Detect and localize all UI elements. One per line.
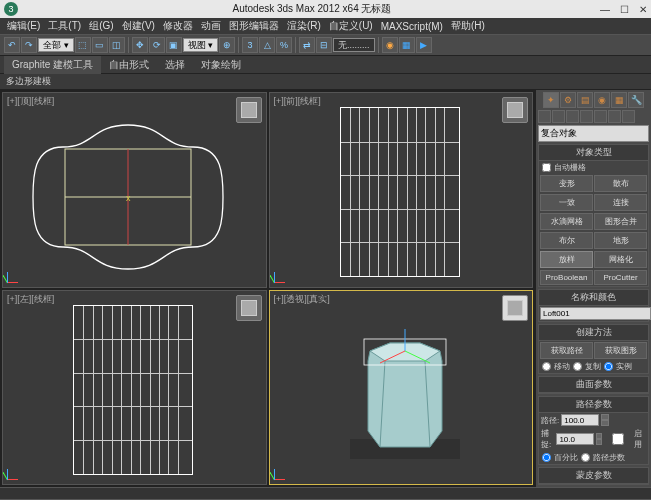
select-button[interactable]: ⬚ <box>75 37 91 53</box>
menu-customize[interactable]: 自定义(U) <box>326 19 376 33</box>
redo-button[interactable]: ↷ <box>21 37 37 53</box>
percent-radio[interactable] <box>542 453 551 462</box>
viewport-perspective[interactable]: [+][透视][真实] <box>269 290 534 486</box>
utilities-tab-icon[interactable]: 🔧 <box>628 92 644 108</box>
object-name-input[interactable] <box>540 307 651 320</box>
close-button[interactable]: ✕ <box>639 4 647 15</box>
spinner[interactable] <box>596 433 602 445</box>
pathsteps-radio[interactable] <box>581 453 590 462</box>
proboolean-button[interactable]: ProBoolean <box>540 270 593 285</box>
copy-radio[interactable] <box>573 362 582 371</box>
helpers-icon[interactable] <box>594 110 607 123</box>
get-path-button[interactable]: 获取路径 <box>540 342 593 359</box>
maximize-button[interactable]: ☐ <box>620 4 629 15</box>
render-setup-button[interactable]: ▦ <box>399 37 415 53</box>
viewcube-icon[interactable] <box>502 97 528 123</box>
viewport-front-label[interactable]: [+][前][线框] <box>274 95 321 108</box>
lights-icon[interactable] <box>566 110 579 123</box>
move-radio[interactable] <box>542 362 551 371</box>
viewport-front[interactable]: [+][前][线框] <box>269 92 534 288</box>
viewport-top[interactable]: [+][顶][线框] x <box>2 92 267 288</box>
scale-button[interactable]: ▣ <box>166 37 182 53</box>
rotate-button[interactable]: ⟳ <box>149 37 165 53</box>
enable-checkbox[interactable] <box>604 433 632 445</box>
ribbon-tab-graphite[interactable]: Graphite 建模工具 <box>4 56 101 74</box>
hierarchy-tab-icon[interactable]: ▤ <box>577 92 593 108</box>
move-button[interactable]: ✥ <box>132 37 148 53</box>
spinner[interactable] <box>601 414 609 426</box>
select-name-button[interactable]: ▭ <box>92 37 108 53</box>
angle-snap-button[interactable]: △ <box>259 37 275 53</box>
object-type-rollout: 对象类型 自动栅格 变形散布 一致连接 水滴网格图形合并 布尔地形 放样网格化 … <box>538 144 649 287</box>
blobmesh-button[interactable]: 水滴网格 <box>540 213 593 230</box>
align-button[interactable]: ⊟ <box>316 37 332 53</box>
viewport-left-label[interactable]: [+][左][线框] <box>7 293 54 306</box>
menubar: 编辑(E) 工具(T) 组(G) 创建(V) 修改器 动画 图形编辑器 渲染(R… <box>0 18 651 34</box>
menu-edit[interactable]: 编辑(E) <box>4 19 43 33</box>
menu-group[interactable]: 组(G) <box>86 19 116 33</box>
menu-grapheditors[interactable]: 图形编辑器 <box>226 19 282 33</box>
terrain-button[interactable]: 地形 <box>594 232 647 249</box>
named-selection[interactable]: 无......... <box>333 38 375 52</box>
percent-snap-button[interactable]: % <box>276 37 292 53</box>
procutter-button[interactable]: ProCutter <box>594 270 647 285</box>
ribbon-tab-select[interactable]: 选择 <box>157 56 193 74</box>
mirror-button[interactable]: ⇄ <box>299 37 315 53</box>
spacewarps-icon[interactable] <box>608 110 621 123</box>
rollout-header[interactable]: 蒙皮参数 <box>539 468 648 484</box>
conform-button[interactable]: 一致 <box>540 194 593 211</box>
ribbon-tab-paint[interactable]: 对象绘制 <box>193 56 249 74</box>
viewcube-icon[interactable] <box>236 97 262 123</box>
rollout-header[interactable]: 对象类型 <box>539 145 648 161</box>
category-dropdown[interactable]: 复合对象 <box>538 125 649 142</box>
pivot-button[interactable]: ⊕ <box>219 37 235 53</box>
shapemerge-button[interactable]: 图形合并 <box>594 213 647 230</box>
menu-render[interactable]: 渲染(R) <box>284 19 324 33</box>
viewcube-icon[interactable] <box>236 295 262 321</box>
path-input[interactable] <box>561 414 599 426</box>
snap-input[interactable] <box>556 433 594 445</box>
cameras-icon[interactable] <box>580 110 593 123</box>
boolean-button[interactable]: 布尔 <box>540 232 593 249</box>
menu-maxscript[interactable]: MAXScript(M) <box>378 21 446 32</box>
autogrid-checkbox[interactable] <box>542 163 551 172</box>
geometry-icon[interactable] <box>538 110 551 123</box>
undo-button[interactable]: ↶ <box>4 37 20 53</box>
scatter-button[interactable]: 散布 <box>594 175 647 192</box>
render-button[interactable]: ▶ <box>416 37 432 53</box>
create-tab-icon[interactable]: ✦ <box>543 92 559 108</box>
menu-create[interactable]: 创建(V) <box>119 19 158 33</box>
rollout-header[interactable]: 创建方法 <box>539 325 648 341</box>
instance-radio[interactable] <box>604 362 613 371</box>
menu-help[interactable]: 帮助(H) <box>448 19 488 33</box>
selection-filter[interactable]: 全部 ▾ <box>38 38 74 52</box>
morph-button[interactable]: 变形 <box>540 175 593 192</box>
motion-tab-icon[interactable]: ◉ <box>594 92 610 108</box>
menu-animation[interactable]: 动画 <box>198 19 224 33</box>
minimize-button[interactable]: — <box>600 4 610 15</box>
rollout-header[interactable]: 名称和颜色 <box>539 290 648 306</box>
material-editor-button[interactable]: ◉ <box>382 37 398 53</box>
menu-tools[interactable]: 工具(T) <box>45 19 84 33</box>
modify-tab-icon[interactable]: ⚙ <box>560 92 576 108</box>
connect-button[interactable]: 连接 <box>594 194 647 211</box>
loft-button[interactable]: 放样 <box>540 251 593 268</box>
snap-button[interactable]: 3 <box>242 37 258 53</box>
rollout-header[interactable]: 曲面参数 <box>539 377 648 393</box>
ribbon-tab-freeform[interactable]: 自由形式 <box>101 56 157 74</box>
viewport-top-label[interactable]: [+][顶][线框] <box>7 95 54 108</box>
rollout-header[interactable]: 路径参数 <box>539 397 648 413</box>
mesher-button[interactable]: 网格化 <box>594 251 647 268</box>
viewport-left[interactable]: [+][左][线框] <box>2 290 267 486</box>
shapes-icon[interactable] <box>552 110 565 123</box>
systems-icon[interactable] <box>622 110 635 123</box>
display-tab-icon[interactable]: ▦ <box>611 92 627 108</box>
coord-system[interactable]: 视图 ▾ <box>183 38 219 52</box>
viewport-persp-label[interactable]: [+][透视][真实] <box>274 293 330 306</box>
get-shape-button[interactable]: 获取图形 <box>594 342 647 359</box>
menu-modifiers[interactable]: 修改器 <box>160 19 196 33</box>
viewcube-icon[interactable] <box>502 295 528 321</box>
ribbon-sub[interactable]: 多边形建模 <box>0 74 651 90</box>
select-region-button[interactable]: ◫ <box>109 37 125 53</box>
timeline[interactable] <box>0 487 651 499</box>
